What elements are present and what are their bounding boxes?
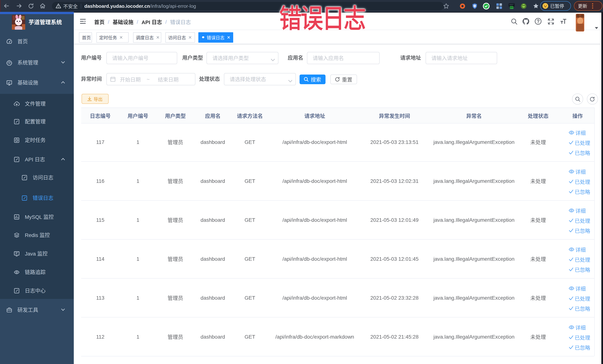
svg-text:OFF: OFF [509, 6, 513, 8]
